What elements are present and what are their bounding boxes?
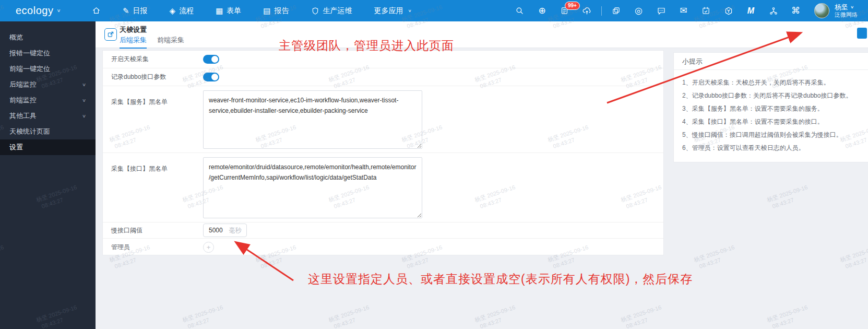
- watermark-text: 杨坚 2025-09-1608:43:27: [473, 303, 519, 329]
- edit-icon: ✎: [123, 7, 129, 15]
- navbar-divider: [601, 6, 602, 16]
- slow-threshold-input[interactable]: 5000 毫秒: [203, 224, 247, 237]
- sidebar-item-settings[interactable]: 设置: [0, 139, 96, 155]
- nav-more-apps[interactable]: 更多应用 ∨: [363, 0, 423, 21]
- calendar-button[interactable]: [695, 0, 717, 21]
- cloud-sync-button[interactable]: [576, 0, 598, 21]
- form-row-admin: 管理员 +: [103, 239, 663, 255]
- sidebar-item-frontend-locate[interactable]: 前端一键定位: [0, 61, 96, 77]
- todo-button[interactable]: 99+: [553, 0, 576, 21]
- nav-label: 表单: [227, 6, 241, 16]
- nav-workflow[interactable]: ◈ 流程: [159, 0, 205, 21]
- nav-daily-report[interactable]: ✎ 日报: [112, 0, 159, 21]
- tip-item: 2、记录dubbo接口参数：关闭后将不再记录dubbo接口参数。: [682, 89, 865, 102]
- slow-threshold-value: 5000: [204, 227, 228, 234]
- tab-backend-collect[interactable]: 后端采集: [120, 36, 147, 49]
- tip-item: 5、慢接口阈值：接口调用超过阈值则会被采集为慢接口。: [682, 128, 865, 142]
- sidebar-item-label: 前端一键定位: [9, 64, 50, 74]
- api-blacklist-textarea[interactable]: remote/emonitor/druid/datasource,remote/…: [203, 157, 422, 218]
- nav-label: 流程: [179, 6, 194, 16]
- watermark-text: 杨坚 2025-09-1608:43:27: [181, 303, 227, 329]
- add-admin-button[interactable]: +: [203, 242, 214, 253]
- search-button[interactable]: [508, 0, 531, 21]
- toggle-knob: [211, 56, 218, 63]
- field-label: 采集【接口】黑名单: [111, 153, 203, 173]
- record-button[interactable]: ◎: [627, 0, 650, 21]
- shield-icon: [311, 7, 319, 15]
- nav-label: 更多应用: [374, 6, 403, 16]
- sidebar-item-label: 概览: [9, 33, 23, 42]
- watermark-text: 杨坚 2025-09-1608:43:27: [620, 303, 665, 329]
- form-row-api-blacklist: 采集【接口】黑名单 remote/emonitor/druid/datasour…: [103, 153, 663, 222]
- sidebar-item-label: 后端监控: [9, 80, 37, 89]
- tips-list: 1、开启天梭采集：天梭总开关，关闭后将不再采集。 2、记录dubbo接口参数：关…: [674, 70, 868, 162]
- sidebar: 概览 报错一键定位 前端一键定位 后端监控∨ 前端监控∨ 其他工具∨ 天梭统计页…: [0, 21, 96, 329]
- service-blacklist-textarea[interactable]: weaver-front-monitor-service,ec10-im-wor…: [203, 90, 422, 149]
- m-app-button[interactable]: M: [740, 0, 762, 21]
- dubbo-params-toggle[interactable]: [203, 73, 219, 81]
- avatar[interactable]: [814, 3, 829, 18]
- chevron-down-icon: ∨: [82, 82, 86, 87]
- sidebar-item-label: 其他工具: [9, 111, 37, 121]
- mail-button[interactable]: ✉: [672, 0, 695, 21]
- nav-label: 日报: [133, 6, 148, 16]
- slow-threshold-unit: 毫秒: [228, 226, 246, 235]
- page-header: 天梭设置 后端采集 前端采集: [96, 21, 868, 48]
- home-icon: [92, 6, 101, 15]
- sidebar-item-label: 报错一键定位: [9, 49, 50, 58]
- user-menu[interactable]: 杨坚 ∨ 泛微网络: [835, 3, 858, 19]
- app-root: ecology ∨ ✎ 日报 ◈ 流程 ▦ 表单 ▤ 报告: [0, 0, 868, 329]
- search-icon: [515, 6, 524, 15]
- nav-label: 报告: [275, 6, 289, 16]
- sidebar-item-frontend-monitor[interactable]: 前端监控∨: [0, 92, 96, 108]
- nav-home[interactable]: [81, 0, 112, 21]
- tip-item: 4、采集【接口】黑名单：设置不需要采集的接口。: [682, 115, 865, 128]
- chevron-down-icon: ∨: [82, 98, 86, 103]
- sidebar-item-label: 天梭统计页面: [9, 127, 50, 136]
- field-label: 开启天梭采集: [111, 55, 203, 64]
- tab-frontend-collect[interactable]: 前端采集: [157, 36, 184, 49]
- field-label: 慢接口阈值: [111, 226, 203, 235]
- mail-icon: ✉: [680, 6, 687, 15]
- tips-panel: 小提示 1、开启天梭采集：天梭总开关，关闭后将不再采集。 2、记录dubbo接口…: [673, 52, 868, 162]
- nav-production-ops[interactable]: 生产运维: [300, 0, 363, 21]
- watermark-text: 杨坚 2025-09-1608:43:27: [766, 303, 811, 329]
- toggle-knob: [211, 74, 218, 80]
- create-new-button[interactable]: ⊕: [531, 0, 553, 21]
- sidebar-item-tianshuo-stats[interactable]: 天梭统计页面: [0, 124, 96, 139]
- field-label: 记录dubbo接口参数: [111, 73, 203, 81]
- qa-chat-button[interactable]: [650, 0, 672, 21]
- form-icon: ▦: [216, 7, 223, 15]
- nav-report[interactable]: ▤ 报告: [252, 0, 300, 21]
- nav-label: 生产运维: [323, 6, 352, 16]
- sidebar-item-label: 前端监控: [9, 96, 37, 105]
- hexagon-icon: [724, 6, 733, 16]
- form-row-dubbo-params: 记录dubbo接口参数: [103, 68, 663, 86]
- logo-ecology[interactable]: ecology ∨: [16, 5, 61, 17]
- chevron-down-icon: ∨: [850, 4, 854, 9]
- page-title: 天梭设置: [120, 25, 147, 34]
- qa-chat-icon: [657, 6, 666, 16]
- sidebar-item-error-locate[interactable]: 报错一键定位: [0, 45, 96, 61]
- form-row-service-blacklist: 采集【服务】黑名单 weaver-front-monitor-service,e…: [103, 86, 663, 153]
- tip-item: 1、开启天梭采集：天梭总开关，关闭后将不再采集。: [682, 76, 865, 89]
- m-app-icon: M: [747, 6, 754, 16]
- tab-bar: 后端采集 前端采集: [120, 36, 184, 49]
- panel-toggle-button[interactable]: [857, 28, 867, 39]
- security-button[interactable]: [717, 0, 740, 21]
- sidebar-item-overview[interactable]: 概览: [0, 30, 96, 45]
- logo-text: ecology: [16, 5, 53, 17]
- watermark-text: 杨坚 2025-09-1608:43:27: [693, 243, 738, 272]
- enable-collect-toggle[interactable]: [203, 55, 219, 64]
- sidebar-item-other-tools[interactable]: 其他工具∨: [0, 108, 96, 124]
- docs-button[interactable]: [605, 0, 627, 21]
- sidebar-item-label: 设置: [9, 143, 23, 152]
- nav-form[interactable]: ▦ 表单: [205, 0, 252, 21]
- tips-title: 小提示: [674, 53, 868, 70]
- org-button[interactable]: [762, 0, 784, 21]
- shortcut-button[interactable]: ⌘: [784, 0, 807, 21]
- tip-item: 3、采集【服务】黑名单：设置不需要采集的服务。: [682, 102, 865, 115]
- plus-circle-icon: ⊕: [538, 6, 545, 15]
- sidebar-item-backend-monitor[interactable]: 后端监控∨: [0, 77, 96, 92]
- command-icon: ⌘: [791, 6, 800, 15]
